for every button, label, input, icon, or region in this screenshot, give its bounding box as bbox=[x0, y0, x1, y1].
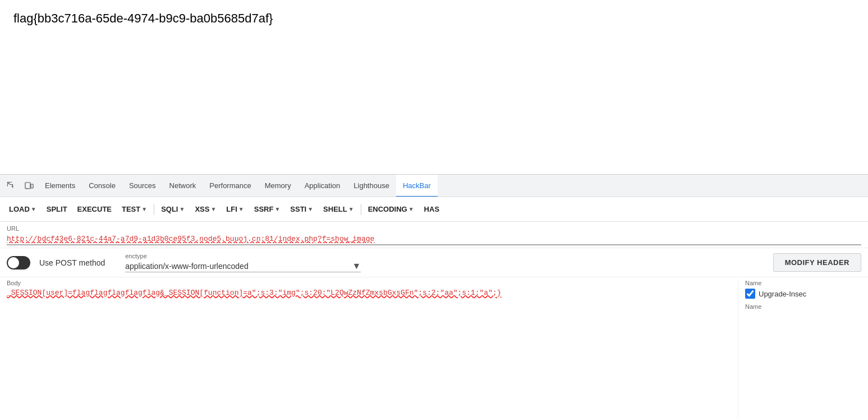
page-content: flag{bb3c716a-65de-4974-b9c9-ba0b5685d7a… bbox=[0, 0, 868, 174]
post-toggle[interactable] bbox=[7, 256, 30, 270]
body-section: Body _SESSION[user]=flagflagflagflagflag… bbox=[0, 277, 868, 420]
tab-memory[interactable]: Memory bbox=[258, 175, 298, 197]
lfi-button[interactable]: LFI ▼ bbox=[222, 203, 248, 216]
shell-button[interactable]: SHELL ▼ bbox=[319, 203, 359, 216]
post-label: Use POST method bbox=[39, 258, 105, 267]
inspect-element-icon[interactable] bbox=[2, 177, 20, 195]
tab-lighthouse[interactable]: Lighthouse bbox=[347, 175, 396, 197]
name-label-1: Name bbox=[745, 280, 861, 286]
sqli-arrow: ▼ bbox=[179, 206, 185, 212]
devtools-panel: Elements Console Sources Network Perform… bbox=[0, 174, 868, 420]
url-input[interactable] bbox=[7, 234, 861, 245]
tab-console[interactable]: Console bbox=[82, 175, 122, 197]
device-toolbar-icon[interactable] bbox=[20, 177, 38, 195]
enctype-section: enctype application/x-www-form-urlencode… bbox=[125, 253, 764, 272]
upgrade-row: Upgrade-Insec bbox=[745, 289, 861, 299]
xss-arrow: ▼ bbox=[210, 206, 216, 212]
svg-rect-11 bbox=[26, 188, 28, 189]
test-arrow: ▼ bbox=[141, 206, 147, 212]
toggle-knob bbox=[8, 257, 19, 268]
enctype-value: application/x-www-form-urlencoded bbox=[125, 261, 352, 272]
svg-rect-10 bbox=[31, 184, 33, 188]
enctype-label: enctype bbox=[125, 253, 764, 259]
upgrade-insec-checkbox[interactable] bbox=[745, 289, 755, 299]
svg-rect-4 bbox=[7, 182, 8, 186]
has-button[interactable]: HAS bbox=[420, 203, 444, 216]
ssrf-arrow: ▼ bbox=[274, 206, 280, 212]
upgrade-insec-text: Upgrade-Insec bbox=[759, 290, 806, 298]
tab-network[interactable]: Network bbox=[163, 175, 203, 197]
ssti-arrow: ▼ bbox=[307, 206, 313, 212]
test-button[interactable]: TEST ▼ bbox=[117, 203, 151, 216]
enctype-select-wrapper[interactable]: application/x-www-form-urlencoded ▼ bbox=[125, 261, 361, 272]
hackbar-toolbar: LOAD ▼ SPLIT EXECUTE TEST ▼ SQLI ▼ XSS ▼… bbox=[0, 197, 868, 222]
svg-rect-9 bbox=[25, 182, 30, 189]
encoding-arrow: ▼ bbox=[408, 206, 414, 212]
flag-text: flag{bb3c716a-65de-4974-b9c9-ba0b5685d7a… bbox=[13, 11, 855, 26]
sqli-button[interactable]: SQLI ▼ bbox=[157, 203, 189, 216]
name-label-2: Name bbox=[745, 303, 861, 310]
svg-rect-8 bbox=[11, 186, 13, 186]
ssrf-button[interactable]: SSRF ▼ bbox=[250, 203, 285, 216]
xss-button[interactable]: XSS ▼ bbox=[190, 203, 221, 216]
body-label: Body bbox=[7, 280, 731, 286]
tab-hackbar[interactable]: HackBar bbox=[396, 175, 438, 197]
url-label: URL bbox=[7, 225, 861, 232]
lfi-arrow: ▼ bbox=[238, 206, 244, 212]
load-button[interactable]: LOAD ▼ bbox=[4, 203, 41, 216]
body-text[interactable]: _SESSION[user]=flagflagflagflagflag&_SES… bbox=[7, 287, 731, 299]
tab-sources[interactable]: Sources bbox=[122, 175, 163, 197]
post-row: Use POST method enctype application/x-ww… bbox=[0, 248, 868, 277]
svg-rect-3 bbox=[8, 183, 10, 184]
hackbar-content: URL Use POST method enctype application/… bbox=[0, 222, 868, 420]
enctype-dropdown-icon[interactable]: ▼ bbox=[352, 261, 361, 271]
modify-header-button[interactable]: MODIFY HEADER bbox=[773, 253, 861, 272]
split-button[interactable]: SPLIT bbox=[42, 203, 72, 216]
execute-button[interactable]: EXECUTE bbox=[73, 203, 116, 216]
load-arrow: ▼ bbox=[31, 206, 36, 212]
body-left: Body _SESSION[user]=flagflagflagflagflag… bbox=[7, 280, 731, 418]
url-section: URL bbox=[0, 222, 868, 248]
separator-2 bbox=[361, 204, 361, 215]
tab-application[interactable]: Application bbox=[298, 175, 347, 197]
separator-1 bbox=[154, 204, 154, 215]
svg-rect-5 bbox=[7, 182, 12, 182]
ssti-button[interactable]: SSTI ▼ bbox=[286, 203, 318, 216]
body-right: Name Upgrade-Insec Name bbox=[738, 280, 861, 418]
svg-rect-6 bbox=[10, 184, 13, 185]
shell-arrow: ▼ bbox=[348, 206, 354, 212]
tab-performance[interactable]: Performance bbox=[203, 175, 258, 197]
tab-elements[interactable]: Elements bbox=[38, 175, 82, 197]
devtools-tabbar: Elements Console Sources Network Perform… bbox=[0, 175, 868, 197]
encoding-button[interactable]: ENCODING ▼ bbox=[364, 203, 419, 216]
